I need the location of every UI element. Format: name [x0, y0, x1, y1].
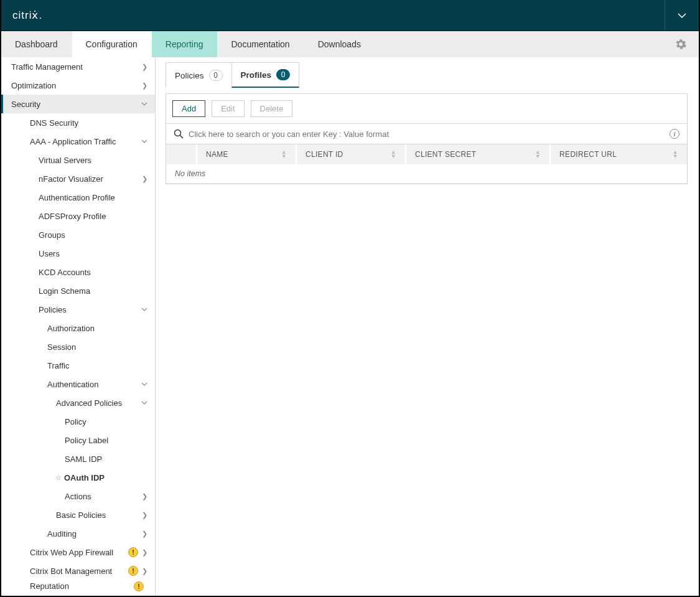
- data-table: NAME ▲▼ CLIENT ID ▲▼ CLIENT SECRET ▲▼: [166, 144, 687, 184]
- sort-icon: ▲▼: [281, 150, 287, 159]
- content-box: Add Edit Delete i N: [166, 93, 688, 184]
- empty-text: No items: [175, 169, 205, 178]
- subtabs: Policies 0 Profiles 0: [166, 62, 688, 88]
- th-label: REDIRECT URL: [559, 150, 617, 159]
- sidebar-label: Auditing: [47, 529, 77, 538]
- sidebar-oauth-idp[interactable]: ☆ OAuth IDP: [1, 468, 155, 487]
- chevron-down-icon: [141, 139, 147, 143]
- th-label: NAME: [206, 150, 228, 159]
- sidebar-security[interactable]: Security: [1, 95, 155, 113]
- sidebar-basic-policies[interactable]: Basic Policies ❯: [1, 505, 155, 524]
- info-icon[interactable]: i: [670, 129, 679, 139]
- sidebar-session[interactable]: Session: [1, 337, 155, 356]
- th-client-id[interactable]: CLIENT ID ▲▼: [297, 144, 406, 164]
- sidebar-policy-label[interactable]: Policy Label: [1, 431, 155, 449]
- sidebar-label: Authentication: [47, 380, 98, 389]
- app-window: citriẋ. Dashboard Configuration Reportin…: [0, 0, 700, 597]
- gear-icon[interactable]: [663, 31, 699, 57]
- sidebar-nfactor[interactable]: nFactor Visualizer ❯: [1, 169, 155, 188]
- sidebar-label: Policies: [39, 305, 67, 314]
- th-checkbox[interactable]: [166, 144, 197, 164]
- sidebar-policy[interactable]: Policy: [1, 412, 155, 431]
- chevron-down-icon: [141, 401, 147, 405]
- chevron-right-icon: ❯: [142, 530, 147, 538]
- svg-point-0: [175, 130, 181, 136]
- chevron-down-icon[interactable]: [678, 13, 686, 18]
- sidebar-login-schema[interactable]: Login Schema: [1, 281, 155, 300]
- table-header: NAME ▲▼ CLIENT ID ▲▼ CLIENT SECRET ▲▼: [166, 144, 687, 164]
- nav-configuration[interactable]: Configuration: [72, 31, 152, 57]
- count-badge: 0: [209, 70, 223, 81]
- sidebar-label: Policy: [65, 417, 86, 426]
- content-area: Policies 0 Profiles 0 Add Edit Delete: [156, 57, 699, 596]
- warning-icon: !: [128, 547, 138, 557]
- subtab-profiles[interactable]: Profiles 0: [231, 62, 300, 88]
- sidebar-kcd[interactable]: KCD Accounts: [1, 263, 155, 281]
- warning-icon: !: [128, 566, 138, 576]
- sort-icon: ▲▼: [535, 150, 541, 159]
- toolbar: Add Edit Delete: [166, 94, 687, 123]
- sort-icon: ▲▼: [391, 150, 396, 159]
- sidebar-users[interactable]: Users: [1, 244, 155, 263]
- chevron-right-icon: ❯: [142, 63, 147, 71]
- sidebar-label: Actions: [65, 492, 91, 501]
- main-layout: Traffic Management ❯ Optimization ❯ Secu…: [1, 57, 699, 596]
- sidebar-label: Authorization: [47, 324, 95, 333]
- nav-downloads[interactable]: Downloads: [304, 31, 375, 57]
- table-row-empty: No items: [166, 164, 687, 184]
- sidebar-policies[interactable]: Policies: [1, 300, 155, 319]
- sidebar-saml-idp[interactable]: SAML IDP: [1, 449, 155, 468]
- sidebar-label: ADFSProxy Profile: [39, 212, 106, 221]
- sidebar-label: Citrix Bot Management: [30, 566, 112, 576]
- chevron-right-icon: ❯: [142, 175, 147, 183]
- chevron-down-icon: [141, 382, 147, 386]
- sidebar-optimization[interactable]: Optimization ❯: [1, 76, 155, 95]
- sidebar-auditing[interactable]: Auditing ❯: [1, 524, 155, 543]
- sidebar-label: KCD Accounts: [39, 268, 91, 277]
- nav-documentation[interactable]: Documentation: [217, 31, 304, 57]
- th-redirect-url[interactable]: REDIRECT URL ▲▼: [551, 144, 687, 164]
- sidebar-bot[interactable]: Citrix Bot Management ! ❯: [1, 562, 155, 580]
- th-name[interactable]: NAME ▲▼: [197, 144, 297, 164]
- sidebar-authentication[interactable]: Authentication: [1, 375, 155, 393]
- brand-logo: citriẋ.: [12, 9, 42, 22]
- count-badge: 0: [276, 69, 290, 80]
- sidebar-actions[interactable]: Actions ❯: [1, 487, 155, 505]
- sidebar-label: Citrix Web App Firewall: [30, 548, 113, 557]
- sidebar-advanced-policies[interactable]: Advanced Policies: [1, 393, 155, 412]
- chevron-right-icon: ❯: [142, 492, 147, 501]
- sidebar-reputation[interactable]: Reputation !: [1, 580, 155, 593]
- nav-dashboard[interactable]: Dashboard: [1, 31, 72, 57]
- search-input[interactable]: [189, 129, 665, 139]
- chevron-down-icon: [141, 308, 147, 311]
- sidebar-aaa[interactable]: AAA - Application Traffic: [1, 132, 155, 151]
- subtab-policies[interactable]: Policies 0: [166, 62, 232, 88]
- sidebar-traffic-management[interactable]: Traffic Management ❯: [1, 57, 155, 76]
- add-button[interactable]: Add: [172, 100, 205, 117]
- sidebar-label: SAML IDP: [65, 454, 102, 464]
- sidebar-dns-security[interactable]: DNS Security: [1, 113, 155, 132]
- sidebar-virtual-servers[interactable]: Virtual Servers: [1, 151, 155, 169]
- sidebar-waf[interactable]: Citrix Web App Firewall ! ❯: [1, 543, 155, 562]
- chevron-right-icon: ❯: [142, 82, 147, 90]
- sidebar-label: Policy Label: [65, 436, 108, 445]
- sidebar-label: Authentication Profile: [39, 193, 115, 202]
- edit-button[interactable]: Edit: [212, 100, 244, 117]
- sidebar-label: Traffic Management: [11, 62, 83, 72]
- sidebar-label: nFactor Visualizer: [39, 174, 103, 184]
- sidebar-authorization[interactable]: Authorization: [1, 319, 155, 337]
- sidebar-groups[interactable]: Groups: [1, 225, 155, 244]
- delete-button[interactable]: Delete: [251, 100, 293, 117]
- star-icon: ☆: [55, 474, 62, 482]
- sidebar-traffic[interactable]: Traffic: [1, 356, 155, 375]
- subtab-label: Policies: [175, 71, 204, 80]
- sidebar-adfs-proxy[interactable]: ADFSProxy Profile: [1, 207, 155, 225]
- th-client-secret[interactable]: CLIENT SECRET ▲▼: [406, 144, 551, 164]
- sidebar: Traffic Management ❯ Optimization ❯ Secu…: [1, 57, 156, 596]
- sidebar-label: Security: [11, 100, 40, 109]
- search-bar: i: [166, 123, 687, 144]
- subtab-label: Profiles: [241, 70, 272, 80]
- nav-reporting[interactable]: Reporting: [152, 31, 218, 57]
- sidebar-label: Optimization: [11, 81, 56, 90]
- sidebar-auth-profile[interactable]: Authentication Profile: [1, 188, 155, 207]
